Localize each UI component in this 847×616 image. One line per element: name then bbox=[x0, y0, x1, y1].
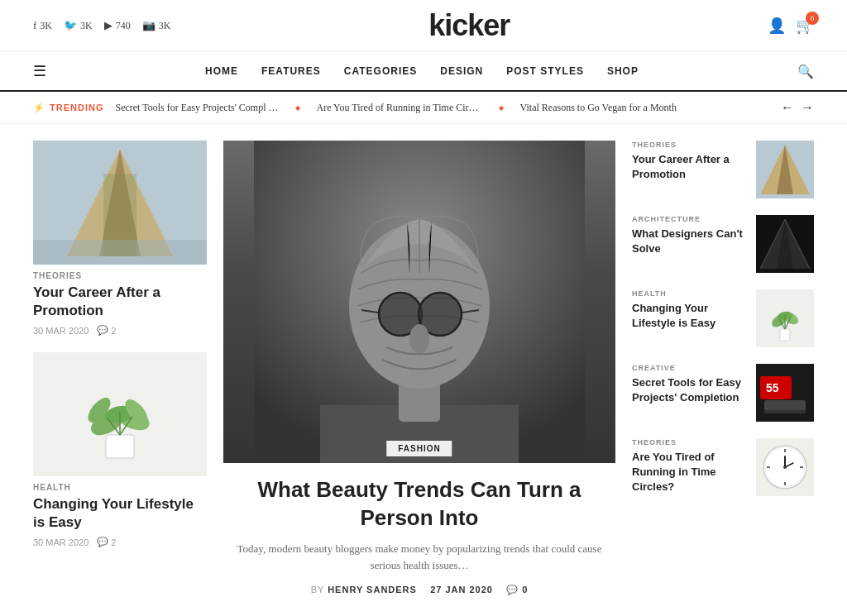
right-item-health-category: HEALTH bbox=[632, 289, 746, 298]
comment-icon: 💬 bbox=[97, 325, 108, 336]
featured-image[interactable]: FASHION bbox=[223, 141, 615, 463]
user-icon[interactable]: 👤 bbox=[768, 17, 786, 35]
top-bar: f 3K 🐦 3K ▶ 740 📷 3K kicker 👤 🛒 6 bbox=[0, 0, 847, 52]
featured-title[interactable]: What Beauty Trends Can Turn a Person Int… bbox=[223, 476, 615, 532]
nav-features[interactable]: FEATURES bbox=[261, 65, 321, 77]
trending-nav: ← → bbox=[781, 100, 814, 115]
lightning-icon: ⚡ bbox=[33, 103, 45, 113]
right-thumb-arch[interactable] bbox=[756, 215, 814, 273]
card-career-comments: 💬 2 bbox=[97, 325, 116, 336]
right-thumb-theories[interactable] bbox=[756, 438, 814, 496]
social-links: f 3K 🐦 3K ▶ 740 📷 3K bbox=[33, 19, 170, 32]
right-thumb-creative[interactable]: 55 bbox=[756, 364, 814, 422]
instagram-link[interactable]: 📷 3K bbox=[142, 19, 171, 32]
svg-rect-8 bbox=[106, 435, 134, 458]
featured-comments: 0 bbox=[522, 585, 528, 595]
card-lifestyle-date: 30 MAR 2020 bbox=[33, 537, 89, 547]
right-item-career: THEORIES Your Career After a Promotion bbox=[632, 141, 814, 198]
card-lifestyle-title[interactable]: Changing Your Lifestyle is Easy bbox=[33, 495, 207, 532]
right-item-theories-title[interactable]: Are You Tired of Running in Time Circles… bbox=[632, 450, 746, 495]
nav-design[interactable]: DESIGN bbox=[440, 65, 483, 77]
nav-post-styles[interactable]: POST STYLES bbox=[506, 65, 584, 77]
card-lifestyle-comments: 💬 2 bbox=[97, 537, 116, 547]
svg-point-58 bbox=[783, 466, 787, 469]
trending-label: ⚡ TRENDING bbox=[33, 103, 103, 113]
featured-tag: FASHION bbox=[386, 441, 452, 456]
trending-dot-2: ◆ bbox=[499, 104, 504, 112]
right-item-health-title[interactable]: Changing Your Lifestyle is Easy bbox=[632, 301, 746, 331]
instagram-icon: 📷 bbox=[142, 19, 156, 32]
svg-rect-4 bbox=[103, 174, 136, 256]
featured-person-svg bbox=[223, 141, 615, 463]
left-column: THEORIES Your Career After a Promotion 3… bbox=[33, 141, 207, 595]
card-career-image[interactable] bbox=[33, 141, 207, 265]
trending-item-2[interactable]: Are You Tired of Running in Time Circl… bbox=[317, 102, 482, 114]
card-lifestyle-meta: 30 MAR 2020 💬 2 bbox=[33, 537, 207, 547]
card-lifestyle: HEALTH Changing Your Lifestyle is Easy 3… bbox=[33, 352, 207, 547]
search-icon[interactable]: 🔍 bbox=[797, 64, 814, 79]
trending-items: Secret Tools for Easy Projects' Compl … … bbox=[115, 102, 769, 114]
svg-rect-48 bbox=[764, 400, 806, 410]
right-item-arch-title[interactable]: What Designers Can't Solve bbox=[632, 227, 746, 256]
trending-item-1[interactable]: Secret Tools for Easy Projects' Compl … bbox=[115, 102, 278, 114]
trending-bar: ⚡ TRENDING Secret Tools for Easy Project… bbox=[0, 92, 847, 124]
right-item-arch: ARCHITECTURE What Designers Can't Solve bbox=[632, 215, 814, 273]
nav-menu: HOME FEATURES CATEGORIES DESIGN POST STY… bbox=[205, 65, 639, 77]
featured-excerpt: Today, modern beauty bloggers make money… bbox=[223, 541, 615, 575]
comment-icon-2: 💬 bbox=[97, 537, 108, 547]
facebook-count: 3K bbox=[40, 20, 52, 32]
right-item-creative-info: CREATIVE Secret Tools for Easy Projects'… bbox=[632, 364, 746, 405]
youtube-link[interactable]: ▶ 740 bbox=[104, 19, 131, 32]
card-career-meta: 30 MAR 2020 💬 2 bbox=[33, 325, 207, 336]
right-item-arch-category: ARCHITECTURE bbox=[632, 215, 746, 223]
right-item-career-title[interactable]: Your Career After a Promotion bbox=[632, 152, 746, 182]
right-item-theories-info: THEORIES Are You Tired of Running in Tim… bbox=[632, 438, 746, 495]
twitter-link[interactable]: 🐦 3K bbox=[64, 19, 93, 32]
nav-home[interactable]: HOME bbox=[205, 65, 238, 77]
hamburger-menu[interactable]: ☰ bbox=[33, 62, 46, 80]
center-column: FASHION What Beauty Trends Can Turn a Pe… bbox=[223, 141, 615, 595]
facebook-link[interactable]: f 3K bbox=[33, 19, 52, 32]
featured-meta: BY HENRY SANDERS 27 JAN 2020 💬 0 bbox=[223, 585, 615, 595]
trending-next[interactable]: → bbox=[801, 100, 814, 115]
site-title[interactable]: kicker bbox=[428, 8, 510, 43]
right-item-health-info: HEALTH Changing Your Lifestyle is Easy bbox=[632, 289, 746, 331]
right-item-career-info: THEORIES Your Career After a Promotion bbox=[632, 141, 746, 182]
right-item-creative-title[interactable]: Secret Tools for Easy Projects' Completi… bbox=[632, 375, 746, 405]
nav-shop[interactable]: SHOP bbox=[607, 65, 639, 77]
trending-item-3[interactable]: Vital Reasons to Go Vegan for a Month bbox=[520, 102, 677, 114]
card-lifestyle-image[interactable] bbox=[33, 352, 207, 476]
cart-badge: 6 bbox=[806, 12, 819, 25]
featured-author[interactable]: HENRY SANDERS bbox=[328, 585, 417, 595]
instagram-count: 3K bbox=[159, 20, 171, 32]
twitter-icon: 🐦 bbox=[64, 19, 77, 32]
twitter-count: 3K bbox=[80, 20, 93, 32]
trending-dot-1: ◆ bbox=[295, 104, 300, 112]
card-career-date: 30 MAR 2020 bbox=[33, 326, 89, 336]
card-career-title[interactable]: Your Career After a Promotion bbox=[33, 284, 207, 320]
featured-content: What Beauty Trends Can Turn a Person Int… bbox=[223, 463, 615, 595]
top-actions: 👤 🛒 6 bbox=[768, 17, 814, 35]
trending-prev[interactable]: ← bbox=[781, 100, 794, 115]
card-lifestyle-category: HEALTH bbox=[33, 483, 207, 492]
nav-categories[interactable]: CATEGORIES bbox=[344, 65, 417, 77]
svg-text:55: 55 bbox=[766, 381, 779, 394]
right-item-health: HEALTH Changing Your Lifestyle is Easy bbox=[632, 289, 814, 347]
svg-rect-37 bbox=[780, 329, 790, 341]
card-career: THEORIES Your Career After a Promotion 3… bbox=[33, 141, 207, 336]
right-item-creative: CREATIVE Secret Tools for Easy Projects'… bbox=[632, 364, 814, 422]
svg-point-27 bbox=[409, 324, 429, 354]
cart-button[interactable]: 🛒 6 bbox=[796, 17, 814, 35]
right-item-career-category: THEORIES bbox=[632, 141, 746, 149]
right-item-creative-category: CREATIVE bbox=[632, 364, 746, 372]
right-item-theories-category: THEORIES bbox=[632, 438, 746, 446]
facebook-icon: f bbox=[33, 19, 36, 32]
right-thumb-health[interactable] bbox=[756, 289, 814, 347]
main-content: THEORIES Your Career After a Promotion 3… bbox=[0, 124, 847, 612]
featured-date: 27 JAN 2020 bbox=[430, 585, 493, 595]
right-thumb-career[interactable] bbox=[756, 141, 814, 198]
right-column: THEORIES Your Career After a Promotion A… bbox=[632, 141, 814, 595]
card-career-category: THEORIES bbox=[33, 271, 207, 280]
right-item-theories: THEORIES Are You Tired of Running in Tim… bbox=[632, 438, 814, 496]
nav-bar: ☰ HOME FEATURES CATEGORIES DESIGN POST S… bbox=[0, 52, 847, 92]
